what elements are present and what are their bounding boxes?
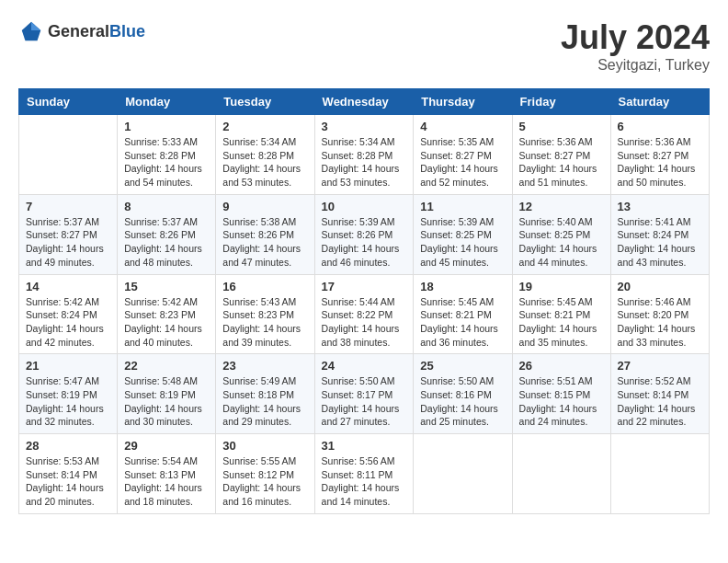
day-info: Sunrise: 5:45 AMSunset: 8:21 PMDaylight:… <box>519 295 604 350</box>
day-cell: 10Sunrise: 5:39 AMSunset: 8:26 PMDayligh… <box>314 194 414 274</box>
weekday-header-tuesday: Tuesday <box>216 89 314 115</box>
day-cell <box>512 434 610 514</box>
day-cell: 21Sunrise: 5:47 AMSunset: 8:19 PMDayligh… <box>19 354 118 434</box>
day-info: Sunrise: 5:39 AMSunset: 8:25 PMDaylight:… <box>420 215 505 270</box>
day-number: 24 <box>322 359 407 373</box>
day-number: 7 <box>26 200 110 213</box>
day-number: 5 <box>519 120 604 133</box>
weekday-header-wednesday: Wednesday <box>314 89 414 115</box>
location-title: Seyitgazi, Turkey <box>561 57 710 74</box>
day-info: Sunrise: 5:52 AMSunset: 8:14 PMDaylight:… <box>618 374 702 429</box>
day-info: Sunrise: 5:43 AMSunset: 8:23 PMDaylight:… <box>222 295 307 350</box>
day-cell: 9Sunrise: 5:38 AMSunset: 8:26 PMDaylight… <box>216 194 314 274</box>
day-info: Sunrise: 5:44 AMSunset: 8:22 PMDaylight:… <box>322 295 407 350</box>
weekday-header-saturday: Saturday <box>610 89 709 115</box>
day-info: Sunrise: 5:42 AMSunset: 8:23 PMDaylight:… <box>124 295 209 350</box>
day-cell: 25Sunrise: 5:50 AMSunset: 8:16 PMDayligh… <box>414 354 512 434</box>
day-number: 10 <box>322 200 407 213</box>
weekday-header-friday: Friday <box>512 89 610 115</box>
day-info: Sunrise: 5:34 AMSunset: 8:28 PMDaylight:… <box>222 135 307 190</box>
day-number: 30 <box>222 439 307 453</box>
day-info: Sunrise: 5:48 AMSunset: 8:19 PMDaylight:… <box>124 374 209 429</box>
day-cell: 18Sunrise: 5:45 AMSunset: 8:21 PMDayligh… <box>414 274 512 354</box>
day-cell: 12Sunrise: 5:40 AMSunset: 8:25 PMDayligh… <box>512 194 610 274</box>
day-info: Sunrise: 5:35 AMSunset: 8:27 PMDaylight:… <box>420 135 505 190</box>
day-number: 19 <box>519 280 604 293</box>
day-cell: 20Sunrise: 5:46 AMSunset: 8:20 PMDayligh… <box>610 274 709 354</box>
day-cell: 16Sunrise: 5:43 AMSunset: 8:23 PMDayligh… <box>216 274 314 354</box>
logo-icon <box>18 18 44 44</box>
day-info: Sunrise: 5:55 AMSunset: 8:12 PMDaylight:… <box>222 454 307 509</box>
day-number: 3 <box>322 120 407 133</box>
day-info: Sunrise: 5:40 AMSunset: 8:25 PMDaylight:… <box>519 215 604 270</box>
day-number: 29 <box>124 439 209 453</box>
day-number: 23 <box>222 359 307 373</box>
day-info: Sunrise: 5:37 AMSunset: 8:26 PMDaylight:… <box>124 215 209 270</box>
day-cell <box>414 434 512 514</box>
day-number: 22 <box>124 359 209 373</box>
day-info: Sunrise: 5:54 AMSunset: 8:13 PMDaylight:… <box>124 454 209 509</box>
day-info: Sunrise: 5:38 AMSunset: 8:26 PMDaylight:… <box>222 215 307 270</box>
day-cell: 14Sunrise: 5:42 AMSunset: 8:24 PMDayligh… <box>19 274 118 354</box>
day-cell: 8Sunrise: 5:37 AMSunset: 8:26 PMDaylight… <box>118 194 216 274</box>
day-cell: 22Sunrise: 5:48 AMSunset: 8:19 PMDayligh… <box>118 354 216 434</box>
day-info: Sunrise: 5:49 AMSunset: 8:18 PMDaylight:… <box>222 374 307 429</box>
day-cell: 2Sunrise: 5:34 AMSunset: 8:28 PMDaylight… <box>216 115 314 195</box>
day-cell: 24Sunrise: 5:50 AMSunset: 8:17 PMDayligh… <box>314 354 414 434</box>
day-info: Sunrise: 5:36 AMSunset: 8:27 PMDaylight:… <box>618 135 702 190</box>
logo: GeneralBlue <box>18 18 145 44</box>
day-cell: 4Sunrise: 5:35 AMSunset: 8:27 PMDaylight… <box>414 115 512 195</box>
weekday-header-monday: Monday <box>118 89 216 115</box>
day-number: 4 <box>420 120 505 133</box>
day-info: Sunrise: 5:46 AMSunset: 8:20 PMDaylight:… <box>618 295 702 350</box>
week-row-4: 21Sunrise: 5:47 AMSunset: 8:19 PMDayligh… <box>19 354 710 434</box>
day-cell <box>19 115 118 195</box>
week-row-5: 28Sunrise: 5:53 AMSunset: 8:14 PMDayligh… <box>19 434 710 514</box>
day-number: 20 <box>618 280 702 293</box>
day-info: Sunrise: 5:41 AMSunset: 8:24 PMDaylight:… <box>618 215 702 270</box>
day-info: Sunrise: 5:36 AMSunset: 8:27 PMDaylight:… <box>519 135 604 190</box>
day-cell: 3Sunrise: 5:34 AMSunset: 8:28 PMDaylight… <box>314 115 414 195</box>
day-cell: 31Sunrise: 5:56 AMSunset: 8:11 PMDayligh… <box>314 434 414 514</box>
day-number: 12 <box>519 200 604 213</box>
day-cell: 13Sunrise: 5:41 AMSunset: 8:24 PMDayligh… <box>610 194 709 274</box>
day-number: 25 <box>420 359 505 373</box>
day-cell: 7Sunrise: 5:37 AMSunset: 8:27 PMDaylight… <box>19 194 118 274</box>
weekday-header-thursday: Thursday <box>414 89 512 115</box>
day-number: 28 <box>26 439 110 453</box>
day-cell: 19Sunrise: 5:45 AMSunset: 8:21 PMDayligh… <box>512 274 610 354</box>
day-cell: 28Sunrise: 5:53 AMSunset: 8:14 PMDayligh… <box>19 434 118 514</box>
day-cell: 27Sunrise: 5:52 AMSunset: 8:14 PMDayligh… <box>610 354 709 434</box>
day-cell: 23Sunrise: 5:49 AMSunset: 8:18 PMDayligh… <box>216 354 314 434</box>
weekday-header-sunday: Sunday <box>19 89 118 115</box>
day-info: Sunrise: 5:50 AMSunset: 8:16 PMDaylight:… <box>420 374 505 429</box>
logo-text-general: General <box>48 22 109 40</box>
day-info: Sunrise: 5:51 AMSunset: 8:15 PMDaylight:… <box>519 374 604 429</box>
svg-marker-1 <box>31 22 40 30</box>
month-title: July 2024 <box>561 18 710 57</box>
logo-text-blue: Blue <box>109 22 145 40</box>
day-number: 9 <box>222 200 307 213</box>
day-info: Sunrise: 5:47 AMSunset: 8:19 PMDaylight:… <box>26 374 110 429</box>
day-cell: 29Sunrise: 5:54 AMSunset: 8:13 PMDayligh… <box>118 434 216 514</box>
day-number: 16 <box>222 280 307 293</box>
day-cell: 15Sunrise: 5:42 AMSunset: 8:23 PMDayligh… <box>118 274 216 354</box>
week-row-1: 1Sunrise: 5:33 AMSunset: 8:28 PMDaylight… <box>19 115 710 195</box>
day-info: Sunrise: 5:33 AMSunset: 8:28 PMDaylight:… <box>124 135 209 190</box>
day-number: 31 <box>322 439 407 453</box>
day-number: 1 <box>124 120 209 133</box>
day-cell: 30Sunrise: 5:55 AMSunset: 8:12 PMDayligh… <box>216 434 314 514</box>
day-cell: 11Sunrise: 5:39 AMSunset: 8:25 PMDayligh… <box>414 194 512 274</box>
calendar-table: SundayMondayTuesdayWednesdayThursdayFrid… <box>18 88 710 514</box>
day-info: Sunrise: 5:39 AMSunset: 8:26 PMDaylight:… <box>322 215 407 270</box>
day-number: 8 <box>124 200 209 213</box>
day-number: 26 <box>519 359 604 373</box>
week-row-3: 14Sunrise: 5:42 AMSunset: 8:24 PMDayligh… <box>19 274 710 354</box>
weekday-header-row: SundayMondayTuesdayWednesdayThursdayFrid… <box>19 89 710 115</box>
day-number: 15 <box>124 280 209 293</box>
day-info: Sunrise: 5:56 AMSunset: 8:11 PMDaylight:… <box>322 454 407 509</box>
day-number: 17 <box>322 280 407 293</box>
day-number: 6 <box>618 120 702 133</box>
day-cell: 1Sunrise: 5:33 AMSunset: 8:28 PMDaylight… <box>118 115 216 195</box>
day-cell: 17Sunrise: 5:44 AMSunset: 8:22 PMDayligh… <box>314 274 414 354</box>
